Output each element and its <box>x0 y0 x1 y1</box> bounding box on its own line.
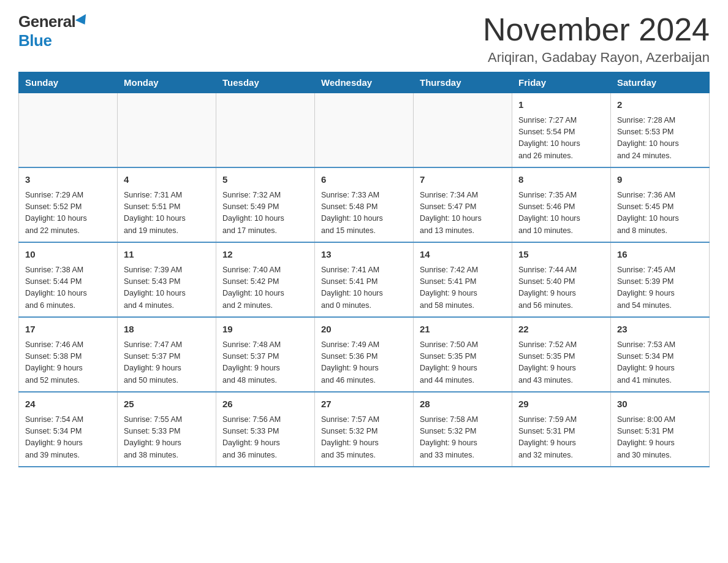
weekday-header-monday: Monday <box>118 72 216 93</box>
day-number: 5 <box>222 173 308 187</box>
calendar-cell: 28Sunrise: 7:58 AM Sunset: 5:32 PM Dayli… <box>414 392 512 467</box>
calendar-cell: 13Sunrise: 7:41 AM Sunset: 5:41 PM Dayli… <box>315 242 414 317</box>
day-info: Sunrise: 7:49 AM Sunset: 5:36 PM Dayligh… <box>321 339 407 387</box>
calendar-table: SundayMondayTuesdayWednesdayThursdayFrid… <box>18 72 710 467</box>
day-number: 3 <box>25 173 111 187</box>
day-info: Sunrise: 7:57 AM Sunset: 5:32 PM Dayligh… <box>321 414 407 462</box>
day-info: Sunrise: 7:59 AM Sunset: 5:31 PM Dayligh… <box>518 414 604 462</box>
day-number: 19 <box>222 323 308 337</box>
calendar-cell: 21Sunrise: 7:50 AM Sunset: 5:35 PM Dayli… <box>414 317 512 392</box>
day-info: Sunrise: 7:33 AM Sunset: 5:48 PM Dayligh… <box>321 190 407 237</box>
day-number: 7 <box>420 173 506 187</box>
day-info: Sunrise: 7:28 AM Sunset: 5:53 PM Dayligh… <box>617 115 703 163</box>
day-number: 8 <box>518 173 604 187</box>
day-info: Sunrise: 7:45 AM Sunset: 5:39 PM Dayligh… <box>617 264 703 312</box>
calendar-cell <box>315 93 414 168</box>
day-number: 23 <box>617 323 703 337</box>
day-number: 24 <box>25 397 111 412</box>
day-number: 22 <box>518 323 604 337</box>
calendar-cell: 25Sunrise: 7:55 AM Sunset: 5:33 PM Dayli… <box>118 392 216 467</box>
day-info: Sunrise: 7:46 AM Sunset: 5:38 PM Dayligh… <box>25 339 111 387</box>
day-number: 13 <box>321 248 407 262</box>
calendar-cell: 23Sunrise: 7:53 AM Sunset: 5:34 PM Dayli… <box>611 317 710 392</box>
calendar-cell: 18Sunrise: 7:47 AM Sunset: 5:37 PM Dayli… <box>118 317 216 392</box>
calendar-cell: 30Sunrise: 8:00 AM Sunset: 5:31 PM Dayli… <box>611 392 710 467</box>
day-number: 6 <box>321 173 407 187</box>
calendar-cell: 20Sunrise: 7:49 AM Sunset: 5:36 PM Dayli… <box>315 317 414 392</box>
calendar-cell: 16Sunrise: 7:45 AM Sunset: 5:39 PM Dayli… <box>611 242 710 317</box>
day-info: Sunrise: 7:50 AM Sunset: 5:35 PM Dayligh… <box>420 339 506 387</box>
calendar-header: SundayMondayTuesdayWednesdayThursdayFrid… <box>19 72 710 93</box>
day-number: 12 <box>222 248 308 262</box>
calendar-cell <box>216 93 315 168</box>
day-info: Sunrise: 7:40 AM Sunset: 5:42 PM Dayligh… <box>222 264 308 312</box>
day-number: 18 <box>124 323 210 337</box>
calendar-cell: 19Sunrise: 7:48 AM Sunset: 5:37 PM Dayli… <box>216 317 315 392</box>
calendar-cell <box>414 93 512 168</box>
calendar-cell <box>118 93 216 168</box>
weekday-header-saturday: Saturday <box>611 72 710 93</box>
day-number: 9 <box>617 173 703 187</box>
weekday-header-wednesday: Wednesday <box>315 72 414 93</box>
day-info: Sunrise: 7:29 AM Sunset: 5:52 PM Dayligh… <box>25 190 111 237</box>
calendar-cell <box>19 93 118 168</box>
day-info: Sunrise: 7:35 AM Sunset: 5:46 PM Dayligh… <box>518 190 604 237</box>
calendar-body: 1Sunrise: 7:27 AM Sunset: 5:54 PM Daylig… <box>19 93 710 467</box>
day-number: 11 <box>124 248 210 262</box>
day-info: Sunrise: 8:00 AM Sunset: 5:31 PM Dayligh… <box>617 414 703 462</box>
day-info: Sunrise: 7:58 AM Sunset: 5:32 PM Dayligh… <box>420 414 506 462</box>
weekday-row: SundayMondayTuesdayWednesdayThursdayFrid… <box>19 72 710 93</box>
day-info: Sunrise: 7:36 AM Sunset: 5:45 PM Dayligh… <box>617 190 703 237</box>
calendar-cell: 1Sunrise: 7:27 AM Sunset: 5:54 PM Daylig… <box>512 93 611 168</box>
calendar-cell: 4Sunrise: 7:31 AM Sunset: 5:51 PM Daylig… <box>118 167 216 242</box>
calendar-cell: 24Sunrise: 7:54 AM Sunset: 5:34 PM Dayli… <box>19 392 118 467</box>
page-header: General Blue November 2024 Ariqiran, Gad… <box>18 12 710 66</box>
day-number: 1 <box>518 98 604 112</box>
day-info: Sunrise: 7:41 AM Sunset: 5:41 PM Dayligh… <box>321 264 407 312</box>
day-info: Sunrise: 7:52 AM Sunset: 5:35 PM Dayligh… <box>518 339 604 387</box>
day-number: 27 <box>321 397 407 412</box>
day-number: 2 <box>617 98 703 112</box>
calendar-cell: 10Sunrise: 7:38 AM Sunset: 5:44 PM Dayli… <box>19 242 118 317</box>
logo-general-text: General <box>18 12 75 31</box>
day-number: 20 <box>321 323 407 337</box>
location-subtitle: Ariqiran, Gadabay Rayon, Azerbaijan <box>483 50 710 66</box>
day-number: 16 <box>617 248 703 262</box>
calendar-cell: 6Sunrise: 7:33 AM Sunset: 5:48 PM Daylig… <box>315 167 414 242</box>
day-number: 14 <box>420 248 506 262</box>
title-area: November 2024 Ariqiran, Gadabay Rayon, A… <box>483 12 710 66</box>
day-number: 29 <box>518 397 604 412</box>
calendar-cell: 17Sunrise: 7:46 AM Sunset: 5:38 PM Dayli… <box>19 317 118 392</box>
calendar-week-2: 3Sunrise: 7:29 AM Sunset: 5:52 PM Daylig… <box>19 167 710 242</box>
day-info: Sunrise: 7:56 AM Sunset: 5:33 PM Dayligh… <box>222 414 308 462</box>
calendar-cell: 29Sunrise: 7:59 AM Sunset: 5:31 PM Dayli… <box>512 392 611 467</box>
calendar-title: November 2024 <box>483 12 710 47</box>
day-number: 26 <box>222 397 308 412</box>
day-info: Sunrise: 7:34 AM Sunset: 5:47 PM Dayligh… <box>420 190 506 237</box>
calendar-cell: 8Sunrise: 7:35 AM Sunset: 5:46 PM Daylig… <box>512 167 611 242</box>
day-number: 28 <box>420 397 506 412</box>
calendar-week-5: 24Sunrise: 7:54 AM Sunset: 5:34 PM Dayli… <box>19 392 710 467</box>
day-info: Sunrise: 7:32 AM Sunset: 5:49 PM Dayligh… <box>222 190 308 237</box>
calendar-cell: 5Sunrise: 7:32 AM Sunset: 5:49 PM Daylig… <box>216 167 315 242</box>
calendar-cell: 14Sunrise: 7:42 AM Sunset: 5:41 PM Dayli… <box>414 242 512 317</box>
calendar-cell: 2Sunrise: 7:28 AM Sunset: 5:53 PM Daylig… <box>611 93 710 168</box>
calendar-cell: 9Sunrise: 7:36 AM Sunset: 5:45 PM Daylig… <box>611 167 710 242</box>
day-info: Sunrise: 7:47 AM Sunset: 5:37 PM Dayligh… <box>124 339 210 387</box>
day-info: Sunrise: 7:54 AM Sunset: 5:34 PM Dayligh… <box>25 414 111 462</box>
day-number: 21 <box>420 323 506 337</box>
calendar-cell: 22Sunrise: 7:52 AM Sunset: 5:35 PM Dayli… <box>512 317 611 392</box>
calendar-cell: 12Sunrise: 7:40 AM Sunset: 5:42 PM Dayli… <box>216 242 315 317</box>
calendar-cell: 15Sunrise: 7:44 AM Sunset: 5:40 PM Dayli… <box>512 242 611 317</box>
calendar-cell: 3Sunrise: 7:29 AM Sunset: 5:52 PM Daylig… <box>19 167 118 242</box>
day-info: Sunrise: 7:44 AM Sunset: 5:40 PM Dayligh… <box>518 264 604 312</box>
calendar-cell: 11Sunrise: 7:39 AM Sunset: 5:43 PM Dayli… <box>118 242 216 317</box>
weekday-header-sunday: Sunday <box>19 72 118 93</box>
day-number: 4 <box>124 173 210 187</box>
day-info: Sunrise: 7:55 AM Sunset: 5:33 PM Dayligh… <box>124 414 210 462</box>
day-number: 25 <box>124 397 210 412</box>
day-info: Sunrise: 7:31 AM Sunset: 5:51 PM Dayligh… <box>124 190 210 237</box>
calendar-cell: 7Sunrise: 7:34 AM Sunset: 5:47 PM Daylig… <box>414 167 512 242</box>
day-number: 30 <box>617 397 703 412</box>
logo-arrow-icon <box>75 13 90 27</box>
